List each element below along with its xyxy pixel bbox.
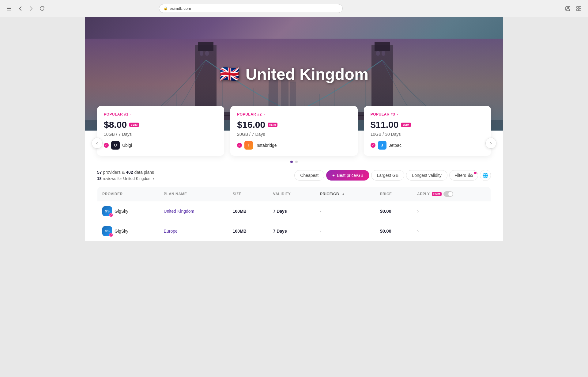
th-plan-name: PLAN NAME xyxy=(159,187,228,201)
country-flag: 🇬🇧 xyxy=(220,65,239,83)
td-validity-1: 7 Days xyxy=(268,201,315,221)
th-apply: Apply eSIM xyxy=(412,187,491,201)
td-validity-2: 7 Days xyxy=(268,221,315,241)
price-row-1: $8.00 eSIM xyxy=(104,120,217,130)
carousel-prev-button[interactable]: ‹ xyxy=(92,138,103,149)
address-bar[interactable]: 🔒 esimdb.com xyxy=(159,4,343,13)
filter-pills: Cheapest ✦ Best price/GB Largest GB Long… xyxy=(294,170,491,181)
page-wrapper: 🇬🇧 United Kingdom ‹ POPULAR #1 › $8.00 e… xyxy=(85,17,503,241)
th-price-gb[interactable]: PRICE/GB ▲ xyxy=(315,187,375,201)
browser-chrome: 🔒 esimdb.com xyxy=(0,0,588,17)
sparkle-icon: ✦ xyxy=(332,173,335,178)
chevron-icon-3: › xyxy=(397,113,398,116)
carousel-next-button[interactable]: › xyxy=(485,138,496,149)
td-chevron-2[interactable]: › xyxy=(412,221,491,241)
country-name: United Kingdom xyxy=(246,65,369,83)
row-chevron-icon-2: › xyxy=(417,228,419,234)
provider-logo-ubigi: U xyxy=(111,141,120,150)
provider-logo-sm-2: GS ✓ xyxy=(102,226,112,236)
svg-rect-7 xyxy=(577,9,579,11)
filter-section: 57 providers & 402 data plans 18 reviews… xyxy=(85,169,503,182)
td-plan-name-1: United Kingdom xyxy=(159,201,228,221)
svg-rect-11 xyxy=(198,42,213,51)
sidebar-toggle-button[interactable] xyxy=(5,4,13,13)
th-provider: PROVIDER xyxy=(97,187,159,201)
popular-card-2[interactable]: POPULAR #2 › $16.00 eSIM 20GB / 7 Days ✓… xyxy=(230,106,357,156)
grid-button[interactable] xyxy=(575,4,583,13)
provider-cell-2: GS ✓ GigSky xyxy=(102,226,154,236)
best-price-pill[interactable]: ✦ Best price/GB xyxy=(326,170,369,181)
reviews-text: reviews for xyxy=(103,176,122,182)
price-row-2: $16.00 eSIM xyxy=(237,120,351,130)
row-chevron-icon-1: › xyxy=(417,208,419,214)
price-3: $11.00 xyxy=(371,120,399,130)
apply-toggle[interactable] xyxy=(443,191,453,197)
table-body: GS ✓ GigSky United Kingdom 100MB 7 Days xyxy=(97,201,491,241)
table-row[interactable]: GS ✓ GigSky United Kingdom 100MB 7 Days xyxy=(97,201,491,221)
dot-1[interactable] xyxy=(290,161,293,163)
popular-card-3[interactable]: POPULAR #3 › $11.00 eSIM 10GB / 30 Days … xyxy=(364,106,491,156)
price-per-gb-1: - xyxy=(320,209,322,214)
longest-validity-pill[interactable]: Longest validity xyxy=(406,170,447,181)
provider-name-1: Ubigi xyxy=(122,143,132,148)
verified-sm-1: ✓ xyxy=(109,213,113,217)
provider-logo-jetpac: J xyxy=(378,141,386,150)
apply-esim-badge: eSIM xyxy=(432,192,442,196)
dot-2[interactable] xyxy=(295,161,298,163)
popular-label-1: POPULAR #1 › xyxy=(104,112,217,116)
largest-gb-pill[interactable]: Largest GB xyxy=(371,170,405,181)
reviews-count: 18 xyxy=(97,176,101,182)
svg-rect-8 xyxy=(579,9,581,11)
plan-details-3: 10GB / 30 Days xyxy=(371,132,484,137)
browser-controls xyxy=(5,4,47,13)
popular-card-1[interactable]: POPULAR #1 › $8.00 eSIM 10GB / 7 Days ✓ … xyxy=(97,106,224,156)
reviews-chevron-icon: › xyxy=(153,176,154,182)
svg-rect-12 xyxy=(200,51,203,56)
sort-arrow-icon: ▲ xyxy=(341,192,345,196)
td-price-2: $0.00 xyxy=(375,221,412,241)
td-price-gb-2: - xyxy=(315,221,375,241)
td-chevron-1[interactable]: › xyxy=(412,201,491,221)
url-text: esimdb.com xyxy=(170,6,191,11)
price-1: $8.00 xyxy=(104,120,127,130)
provider-name-2: Instabridge xyxy=(255,143,277,148)
filters-button[interactable]: Filters xyxy=(449,170,478,181)
stats-text: 57 providers & 402 data plans xyxy=(97,169,154,176)
back-button[interactable] xyxy=(16,4,24,13)
forward-button[interactable] xyxy=(27,4,36,13)
cheapest-pill[interactable]: Cheapest xyxy=(294,170,324,181)
reload-button[interactable] xyxy=(38,4,47,13)
th-price: PRICE xyxy=(375,187,412,201)
price-val-2: $0.00 xyxy=(380,228,391,234)
provider-logo-instabridge: I xyxy=(244,141,253,150)
reviews-link[interactable]: 18 reviews for United Kingdom › xyxy=(97,176,154,182)
verified-badge-3: ✓ xyxy=(371,143,375,148)
hero-title: 🇬🇧 United Kingdom xyxy=(220,65,369,83)
td-plan-name-2: Europe xyxy=(159,221,228,241)
table-header-row: PROVIDER PLAN NAME SIZE VALIDITY PRICE/G… xyxy=(97,187,491,201)
table-section: PROVIDER PLAN NAME SIZE VALIDITY PRICE/G… xyxy=(85,182,503,241)
td-price-1: $0.00 xyxy=(375,201,412,221)
esim-badge-2: eSIM xyxy=(268,123,277,127)
table-row[interactable]: GS ✓ GigSky Europe 100MB 7 Days xyxy=(97,221,491,241)
currency-button[interactable]: 🌐 xyxy=(480,170,491,181)
carousel-dots xyxy=(97,156,491,169)
currency-icon: 🌐 xyxy=(482,173,488,178)
price-2: $16.00 xyxy=(237,120,265,130)
verified-badge-1: ✓ xyxy=(104,143,109,148)
esim-badge-1: eSIM xyxy=(129,123,139,127)
lock-icon: 🔒 xyxy=(164,6,168,10)
chevron-icon-2: › xyxy=(264,113,265,116)
stats-left: 57 providers & 402 data plans 18 reviews… xyxy=(97,169,154,182)
filters-icon xyxy=(468,173,473,177)
filters-active-dot xyxy=(474,172,477,174)
plan-link-1[interactable]: United Kingdom xyxy=(164,209,194,214)
size-val-2: 100MB xyxy=(233,229,247,234)
svg-rect-18 xyxy=(376,51,380,56)
plan-link-2[interactable]: Europe xyxy=(164,229,178,234)
provider-row-3: ✓ J Jetpac xyxy=(371,141,484,150)
th-size: SIZE xyxy=(228,187,268,201)
svg-rect-19 xyxy=(382,51,385,56)
browser-right-controls xyxy=(564,4,583,13)
account-button[interactable] xyxy=(564,4,572,13)
